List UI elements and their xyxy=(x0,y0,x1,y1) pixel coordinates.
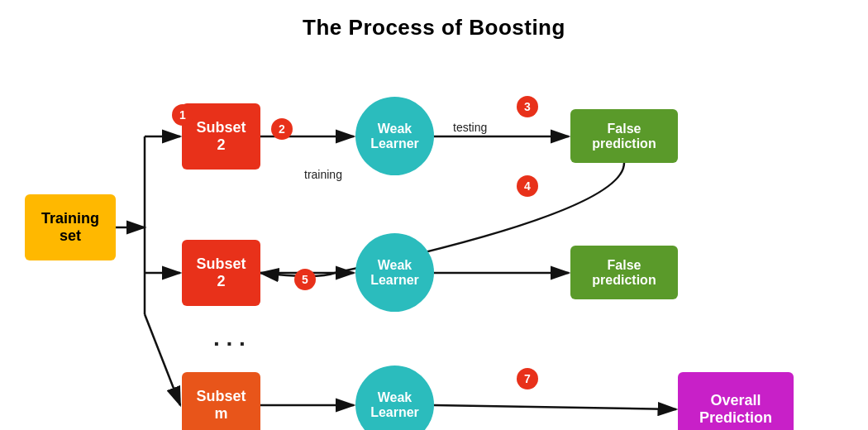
badge-3: 3 xyxy=(517,96,538,117)
page-title: The Process of Boosting xyxy=(0,0,868,41)
diagram: Trainingset Subset2 Subset2 Subsetm Weak… xyxy=(0,50,868,430)
testing-label: testing xyxy=(453,121,487,134)
svg-line-5 xyxy=(145,314,180,405)
badge-2: 2 xyxy=(271,118,293,140)
overall-prediction: OverallPrediction xyxy=(678,372,794,430)
subset-1: Subset2 xyxy=(182,103,260,170)
badge-7: 7 xyxy=(517,368,538,389)
weak-learner-3: WeakLearner xyxy=(355,366,434,430)
svg-line-11 xyxy=(434,405,676,409)
badge-4: 4 xyxy=(517,175,538,197)
false-prediction-1: Falseprediction xyxy=(570,109,678,163)
subset-2: Subset2 xyxy=(182,240,260,306)
badge-5: 5 xyxy=(294,269,316,290)
subset-m: Subsetm xyxy=(182,372,260,430)
weak-learner-1: WeakLearner xyxy=(355,97,434,175)
dots-separator: · · · xyxy=(213,331,246,357)
badge-1: 1 xyxy=(172,104,193,126)
training-label: training xyxy=(304,168,342,181)
weak-learner-2: WeakLearner xyxy=(355,233,434,312)
training-set: Trainingset xyxy=(25,194,116,260)
false-prediction-2: Falseprediction xyxy=(570,246,678,299)
